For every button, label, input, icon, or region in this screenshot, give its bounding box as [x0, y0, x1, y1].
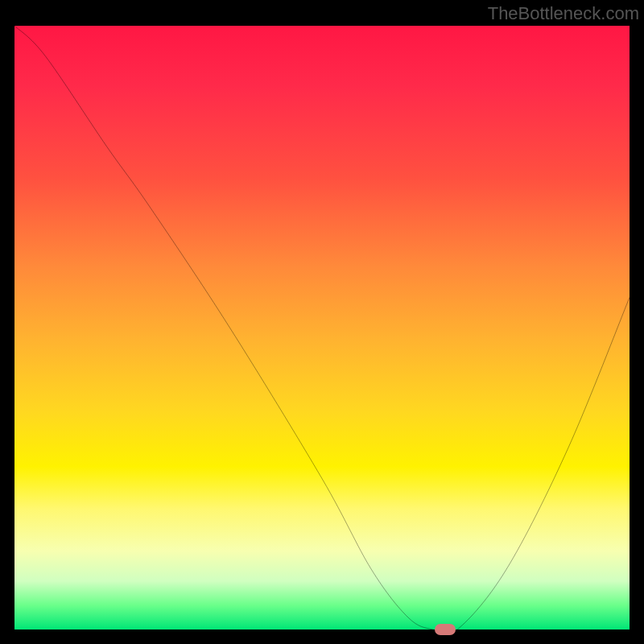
- watermark-text: TheBottleneck.com: [488, 3, 639, 24]
- bottleneck-curve: [14, 26, 630, 630]
- optimal-point-marker: [435, 624, 456, 635]
